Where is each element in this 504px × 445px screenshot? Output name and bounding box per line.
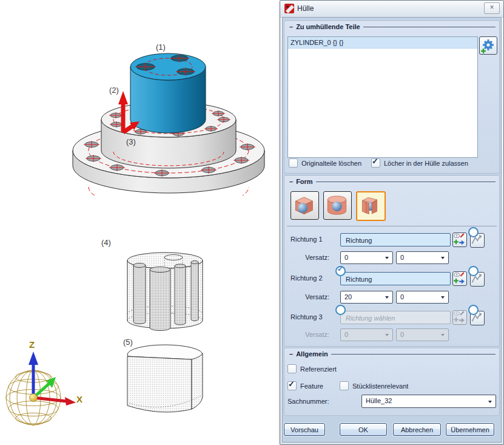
- direction2-checked-badge[interactable]: ✓: [335, 266, 346, 276]
- form-shape-contour-button[interactable]: [356, 191, 386, 221]
- list-item[interactable]: ZYLINDER_0 {} {}: [288, 37, 477, 49]
- panel-general: – Allgemein Referenziert ✓ Feature Stück…: [284, 348, 500, 416]
- app-icon: [284, 4, 294, 13]
- versatz3-label: Versatz:: [291, 331, 329, 338]
- annotation-2: (2): [109, 86, 119, 95]
- direction-pick-icon: [453, 233, 465, 245]
- parts-list[interactable]: ZYLINDER_0 {} {}: [287, 36, 478, 158]
- origin-ball: [30, 394, 38, 402]
- collapse-dash-icon[interactable]: –: [289, 23, 293, 30]
- annotation-3: (3): [126, 137, 136, 146]
- part-cylinder[interactable]: [130, 53, 206, 133]
- dropdown-arrow-icon: [441, 334, 445, 336]
- check-icon: ✓: [337, 265, 343, 273]
- versatz1-offset2-combo[interactable]: 0: [396, 251, 449, 264]
- versatz2-offset2-combo[interactable]: 0: [396, 291, 449, 304]
- versatz2-label: Versatz:: [291, 293, 329, 301]
- check-icon: ✓: [288, 379, 295, 389]
- direction2-probe-radio[interactable]: [468, 266, 479, 276]
- panel-parts-title: Zu umhüllende Teile: [296, 23, 360, 30]
- z-axis-label: Z: [29, 339, 35, 350]
- panel-general-title: Allgemein: [296, 350, 328, 358]
- dropdown-arrow-icon: [441, 257, 445, 259]
- direction3-label: Richtung 3: [291, 313, 323, 321]
- part-number-combo[interactable]: Hülle_32: [361, 395, 496, 408]
- cad-viewport[interactable]: (1) (2) (3): [0, 0, 280, 445]
- checkbox-bom-relevant[interactable]: Stücklistenrelevant: [340, 381, 408, 390]
- checkbox-referenced[interactable]: Referenziert: [287, 364, 337, 373]
- collapse-dash-icon[interactable]: –: [289, 350, 293, 358]
- gear-add-icon: [480, 37, 497, 54]
- cancel-button[interactable]: Abbrechen: [393, 423, 441, 436]
- dropdown-arrow-icon: [441, 296, 445, 299]
- titlebar[interactable]: Hülle ×: [280, 1, 503, 18]
- checkbox-feature-label: Feature: [300, 382, 323, 390]
- panel-parts: – Zu umhüllende Teile ZYLINDER_0 {} {}: [284, 21, 500, 174]
- box-envelope-icon: [291, 192, 317, 218]
- direction2-label: Richtung 2: [291, 274, 323, 282]
- direction3-pick-button: [452, 310, 467, 325]
- direction3-empty-badge[interactable]: [335, 305, 346, 315]
- annotation-5: (5): [123, 338, 133, 347]
- preview-envelope-with-holes: [100, 238, 209, 342]
- dropdown-arrow-icon: [385, 257, 389, 259]
- x-axis-label: X: [76, 394, 82, 404]
- checkbox-referenced-label: Referenziert: [300, 365, 337, 373]
- annotation-4: (4): [101, 238, 111, 247]
- direction3-probe-radio[interactable]: [468, 305, 479, 315]
- direction2-pick-button[interactable]: [452, 271, 467, 286]
- huelle-dialog-window: Hülle × – Zu umhüllende Teile ZYLINDER_0…: [280, 0, 504, 445]
- collapse-dash-icon[interactable]: –: [289, 178, 293, 185]
- direction-pick-icon: [453, 272, 465, 284]
- preview-envelope-solid: [112, 339, 212, 427]
- versatz1-label: Versatz:: [291, 254, 329, 261]
- direction1-label: Richtung 1: [291, 236, 323, 243]
- dropdown-arrow-icon: [385, 334, 389, 336]
- direction1-field[interactable]: Richtung: [340, 233, 451, 246]
- direction3-field[interactable]: Richtung wählen: [340, 311, 451, 324]
- versatz2-offset1-combo[interactable]: 20: [340, 291, 393, 304]
- part-number-label: Sachnummer:: [287, 398, 329, 405]
- checkbox-allow-holes[interactable]: ✓ Löcher in der Hülle zulassen: [371, 158, 468, 168]
- contour-envelope-icon: [357, 192, 382, 217]
- apply-button[interactable]: Übernehmen: [446, 423, 494, 436]
- form-shape-box-button[interactable]: [291, 191, 319, 220]
- versatz3-offset1-combo: 0: [340, 328, 393, 341]
- versatz3-offset2-combo: 0: [396, 328, 449, 341]
- panel-form: – Form: [284, 175, 500, 347]
- direction-pick-icon: [453, 311, 465, 323]
- close-icon[interactable]: ×: [484, 2, 500, 14]
- cylinder-envelope-icon: [324, 192, 350, 218]
- checkbox-bom-relevant-label: Stücklistenrelevant: [352, 382, 408, 390]
- z-axis-arrow: [29, 352, 38, 398]
- coordinate-system-sphere: Z X: [0, 336, 88, 444]
- form-shape-cylinder-button[interactable]: [323, 191, 352, 220]
- ok-button[interactable]: OK: [340, 423, 387, 436]
- versatz1-offset1-combo[interactable]: 0: [340, 251, 393, 264]
- check-icon: ✓: [372, 157, 378, 166]
- annotation-1: (1): [156, 42, 166, 52]
- model-flange-cylinder[interactable]: (1) (2) (3): [61, 36, 279, 195]
- preview-button[interactable]: Vorschau: [284, 423, 325, 436]
- window-title: Hülle: [297, 4, 314, 13]
- dropdown-arrow-icon: [488, 401, 492, 403]
- checkbox-delete-originals[interactable]: Originalteile löschen: [289, 158, 361, 168]
- checkbox-allow-holes-label: Löcher in der Hülle zulassen: [384, 160, 468, 167]
- gear-add-button[interactable]: [479, 36, 497, 55]
- checkbox-delete-originals-label: Originalteile löschen: [301, 160, 361, 167]
- dropdown-arrow-icon: [385, 296, 389, 299]
- direction2-field[interactable]: Richtung: [340, 272, 451, 285]
- checkbox-feature[interactable]: ✓ Feature: [287, 381, 323, 390]
- panel-form-title: Form: [296, 178, 313, 185]
- direction1-pick-button[interactable]: [452, 233, 467, 247]
- dialog-client-area: – Zu umhüllende Teile ZYLINDER_0 {} {}: [282, 17, 502, 443]
- direction1-probe-radio[interactable]: [468, 227, 479, 237]
